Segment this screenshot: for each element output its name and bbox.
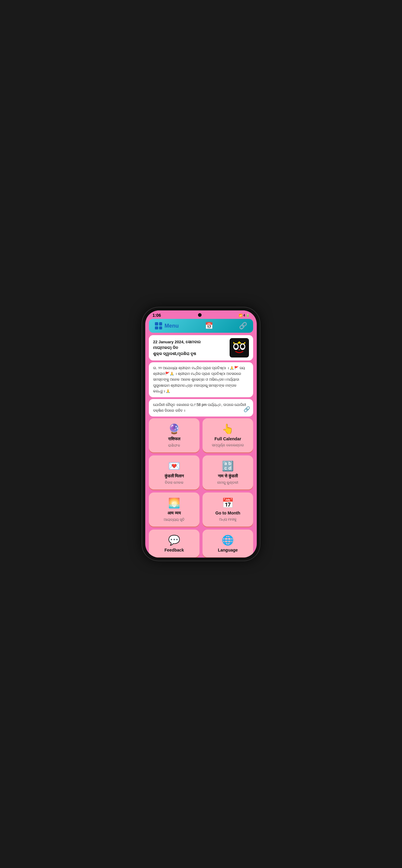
kundali-milan-button[interactable]: 💌 कुंडली मिलान ବିବାହ ମେଳକ [149, 456, 199, 490]
menu-grid-icon [155, 322, 162, 330]
go-to-month-button[interactable]: 📅 Go to Month ଅନ୍ୟ ମାସକୁ [203, 493, 253, 527]
naam-kundali-button[interactable]: 🔡 नाम से कुंडली ନାମରୁ କୁଣ୍ଡଳୀ [203, 456, 253, 490]
news-share-icon[interactable]: 🔗 [244, 405, 250, 414]
language-label-en: Language [218, 548, 238, 553]
phone-screen: 1:06 🅖 📶 4 🔋 Menu 📅 🔗 [145, 310, 257, 558]
aay-vyay-label-or: ଆୟବ୍ୟୟ ସୂଚି [164, 518, 185, 522]
svg-point-5 [235, 344, 238, 347]
aay-vyay-button[interactable]: 🌅 आय व्यय ଆୟବ୍ୟୟ ସୂଚି [149, 493, 199, 527]
full-calendar-label-en: Full Calendar [215, 436, 241, 441]
language-icon: 🌐 [222, 534, 234, 546]
phone-frame: 1:06 🅖 📶 4 🔋 Menu 📅 🔗 [142, 307, 260, 561]
language-button[interactable]: 🌐 Language [203, 530, 253, 557]
date-line1: 22 January 2024, ସୋମବାର [153, 339, 201, 345]
feedback-icon: 💬 [168, 534, 180, 546]
battery-icon: 🔋 [246, 314, 249, 317]
naam-kundali-label-en: नाम से कुंडली [218, 473, 238, 478]
go-to-month-label-or: ଅନ୍ୟ ମାସକୁ [219, 517, 237, 521]
grid-section: 🔮 राशिफल ରାଶିଫଳ 👆 Full Calendar ସମ୍ପୂର୍ଣ… [149, 418, 253, 558]
menu-label: Menu [164, 323, 179, 329]
status-time: 1:06 [153, 313, 161, 318]
header-nav: Menu 📅 🔗 [149, 319, 253, 333]
kundali-milan-label-en: कुंडली मिलान [164, 473, 184, 478]
menu-button[interactable]: Menu [155, 322, 179, 330]
rashifal-icon: 🔮 [168, 423, 180, 435]
rashifal-button[interactable]: 🔮 राशिफल ରାଶିଫଳ [149, 418, 199, 453]
naam-kundali-label-or: ନାମରୁ କୁଣ୍ଡଳୀ [217, 480, 238, 485]
kundali-milan-label-or: ବିବାହ ମେଳକ [165, 480, 184, 485]
signal-icon: 📶 [239, 314, 242, 317]
jagannath-image [229, 338, 249, 358]
date-text-block: 22 January 2024, ସୋମବାର ମାଘ(ମକର) ଦିନ ଶୁକ… [153, 339, 201, 357]
feedback-button[interactable]: 💬 Feedback [149, 530, 199, 557]
date-card: 22 January 2024, ସୋମବାର ମାଘ(ମକର) ଦିନ ଶୁକ… [149, 335, 253, 361]
full-calendar-button[interactable]: 👆 Full Calendar ସମ୍ପୂର୍ଣ୍ଣ କେଲେଣ୍ଡର [203, 418, 253, 453]
calendar-nav-icon[interactable]: 📅 [205, 322, 213, 330]
full-calendar-label-or: ସମ୍ପୂର୍ଣ୍ଣ କେଲେଣ୍ଡର [212, 443, 244, 447]
news-card-1: ତା. ୨୨ ଅଯୋଧ୍ୟା ଶ୍ରୀରାମ ମନ୍ଦିର ପ୍ରାଣ ପ୍ରତ… [149, 362, 253, 397]
share-nav-icon[interactable]: 🔗 [239, 322, 247, 330]
feedback-label-en: Feedback [164, 548, 184, 553]
aay-vyay-icon: 🌅 [168, 497, 180, 509]
news-text-2: ଯୋଗିନୀ ନୈରୃତ କୋଣରେ ଘ.୯:58 pm ପର୍ଯ୍ୟନ୍ତ, … [153, 402, 249, 413]
status-bar: 1:06 🅖 📶 4 🔋 [145, 310, 257, 319]
status-right: 📶 4 🔋 [239, 314, 249, 317]
battery-label: 4 [243, 314, 245, 317]
aay-vyay-label-en: आय व्यय [167, 510, 181, 516]
status-icon-google: 🅖 [198, 313, 202, 317]
naam-kundali-icon: 🔡 [222, 460, 234, 472]
date-line3: ଶୁକ୍ଳ ଦ୍ୱାଦଶୀ,ମୃଗଶିରା ବୃଷ [153, 351, 201, 357]
news-card-2: ଯୋଗିନୀ ନୈରୃତ କୋଣରେ ଘ.୯:58 pm ପର୍ଯ୍ୟନ୍ତ, … [149, 399, 253, 416]
kundali-milan-icon: 💌 [168, 460, 180, 472]
news-text-1: ତା. ୨୨ ଅଯୋଧ୍ୟା ଶ୍ରୀରାମ ମନ୍ଦିର ପ୍ରାଣ ପ୍ରତ… [153, 365, 249, 394]
scroll-content[interactable]: Menu 📅 🔗 22 January 2024, ସୋମବାର ମାଘ(ମକର… [145, 319, 257, 558]
full-calendar-icon: 👆 [222, 423, 234, 435]
svg-point-6 [241, 344, 244, 347]
go-to-month-label-en: Go to Month [215, 510, 240, 516]
svg-point-7 [239, 349, 240, 350]
rashifal-label-or: ରାଶିଫଳ [168, 443, 180, 447]
rashifal-label-en: राशिफल [168, 436, 180, 441]
go-to-month-icon: 📅 [222, 497, 234, 509]
date-line2: ମାଘ(ମକର) ଦିନ [153, 345, 201, 351]
